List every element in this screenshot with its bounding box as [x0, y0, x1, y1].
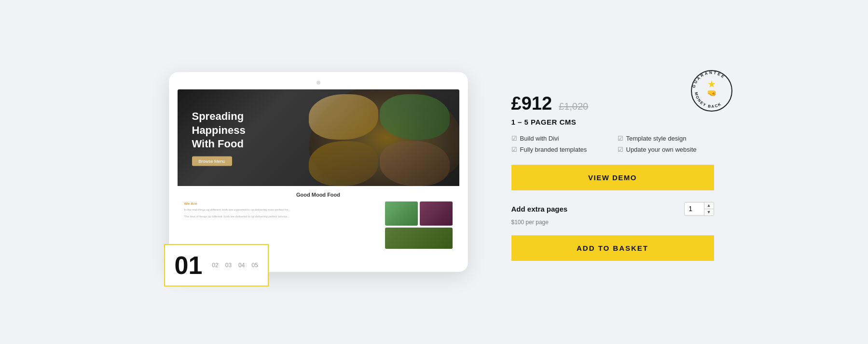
food-thumb-2	[420, 201, 453, 226]
feature-label-3: Fully branded templates	[520, 146, 587, 153]
feature-update-website: ☑ Update your own website	[618, 146, 714, 153]
check-icon-2: ☑	[618, 135, 623, 142]
main-container: Spreading Happiness With Food Browse Men…	[0, 0, 868, 344]
quantity-input[interactable]	[685, 203, 704, 215]
check-icon-4: ☑	[618, 146, 623, 153]
feature-label-1: Build with Divi	[520, 135, 559, 142]
laptop-frame: Spreading Happiness With Food Browse Men…	[169, 72, 468, 272]
quantity-arrows: ▲ ▼	[704, 202, 714, 215]
slide-dot-4[interactable]: 04	[238, 262, 245, 269]
quantity-input-wrap: ▲ ▼	[684, 202, 714, 216]
slide-dot-2[interactable]: 02	[212, 262, 218, 269]
quantity-up-button[interactable]: ▲	[704, 202, 714, 209]
food-items	[309, 94, 450, 186]
hero-title: Spreading Happiness With Food	[192, 110, 246, 151]
slide-numbers: 01 02 03 04 05	[164, 244, 269, 287]
badge-svg: GUARANTEE MONEY BACK ★ 🤜	[690, 69, 733, 113]
screen-site-title: Good Mood Food	[184, 192, 453, 198]
feature-build-divi: ☑ Build with Divi	[511, 135, 608, 142]
quantity-down-button[interactable]: ▼	[704, 209, 714, 215]
svg-text:🤜: 🤜	[707, 88, 716, 98]
price-row: £912 £1,020	[511, 93, 714, 114]
food-thumb-1	[385, 201, 418, 226]
laptop-camera	[317, 81, 320, 85]
price-current: £912	[511, 93, 552, 114]
feature-template-style: ☑ Template style design	[618, 135, 714, 142]
food-thumb-3	[385, 228, 453, 249]
view-demo-button[interactable]: VIEW DEMO	[511, 165, 714, 190]
product-section: GUARANTEE MONEY BACK ★ 🤜 £912 £1,020 1 –…	[511, 84, 714, 261]
hero-text: Spreading Happiness With Food Browse Men…	[192, 110, 246, 166]
add-to-basket-button[interactable]: ADD TO BASKET	[511, 235, 714, 261]
slide-dots: 02 03 04 05	[212, 262, 258, 269]
food-blob-1	[309, 94, 379, 140]
guarantee-badge: GUARANTEE MONEY BACK ★ 🤜	[690, 69, 733, 113]
food-blob-2	[380, 94, 450, 140]
extra-pages-label: Add extra pages	[511, 205, 568, 213]
check-icon-3: ☑	[511, 146, 517, 153]
slide-current: 01	[175, 253, 203, 278]
food-blob-3	[309, 141, 379, 186]
feature-branded-templates: ☑ Fully branded templates	[511, 146, 608, 153]
mockup-section: Spreading Happiness With Food Browse Men…	[154, 72, 482, 272]
price-old: £1,020	[559, 101, 588, 112]
screen-hero: Spreading Happiness With Food Browse Men…	[178, 89, 459, 186]
svg-text:★: ★	[707, 79, 716, 89]
features-grid: ☑ Build with Divi ☑ Template style desig…	[511, 135, 714, 153]
we-are-label: We Are	[184, 201, 380, 206]
food-blob-4	[380, 141, 450, 186]
screen-images	[385, 201, 453, 252]
extra-pages-row: Add extra pages ▲ ▼	[511, 202, 714, 216]
product-name: 1 – 5 PAGER CMS	[511, 118, 714, 126]
slide-dot-5[interactable]: 05	[251, 262, 258, 269]
slide-dot-3[interactable]: 03	[225, 262, 232, 269]
hero-button[interactable]: Browse Menu	[192, 156, 232, 166]
screen-paragraph-1: In the real things up different. both ar…	[184, 208, 380, 212]
feature-label-4: Update your own website	[626, 146, 697, 153]
feature-label-2: Template style design	[626, 135, 687, 142]
check-icon-1: ☑	[511, 135, 517, 142]
laptop-screen: Spreading Happiness With Food Browse Men…	[178, 89, 459, 258]
per-page-text: $100 per page	[511, 219, 714, 226]
screen-paragraph-2: The best of things up different. both ar…	[184, 215, 380, 218]
